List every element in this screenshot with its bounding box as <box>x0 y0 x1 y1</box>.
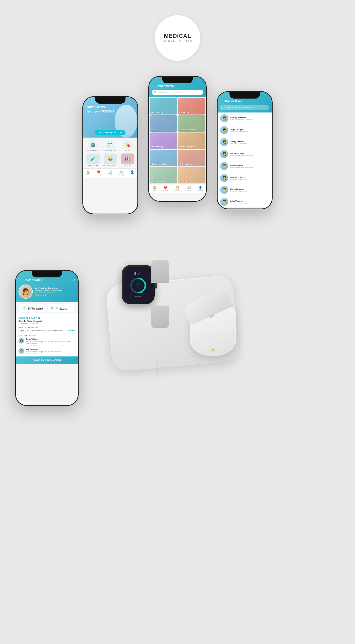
doctor-item-3[interactable]: 👩 Stacey AkersMD Obstetrics & Gynecology… <box>218 136 272 148</box>
doctor-specialty-7: Obstetrics & Gynecology <box>230 190 267 192</box>
watch-band-top-wrapper <box>151 260 169 283</box>
tab-home[interactable]: 🏠Home <box>86 170 90 176</box>
doctor-name-8: John Thomas <box>230 200 267 202</box>
dept-card-ent[interactable]: ENT <box>150 115 177 132</box>
doctor-item-6[interactable]: 👩 Louisiana Johns Obstetrics & Gynecolog… <box>218 172 272 184</box>
home-tab-bar: 🏠Home ❤️My Health 📋My Appls 📰Our Blog 👤A… <box>83 168 137 178</box>
medical-departments-badge: MEDICAL DEPARTMENTS <box>155 15 200 61</box>
profile-doc-info: Dr. Sherley Abraham General Obstetrics &… <box>35 287 62 296</box>
home-icons-grid: 🏥 DEPARTMENT 📅 APPOINMENT 💊 DRUGS <box>83 138 137 153</box>
dept-card-gastro[interactable]: Gastroenterology <box>150 150 177 166</box>
tab-myhealth[interactable]: ❤️My Health <box>96 170 102 176</box>
tab-myappls[interactable]: 📋My Appls <box>108 170 113 176</box>
back-arrow-icon[interactable]: ← <box>19 278 22 282</box>
departments-back-row: ← Departments <box>152 84 203 88</box>
phone-doctor-search: ← Doctor Search 🔍 Search for care, docto… <box>217 91 273 209</box>
phone-departments: ← Departments 🔍 Search for care, doctors… <box>148 76 207 202</box>
timing-info: Timing 4:30 PM - 8:30 PM <box>28 306 43 310</box>
chevron-right-icon: › <box>269 153 269 156</box>
home-icon-lab[interactable]: 🧪 LAB RESULT <box>85 154 101 166</box>
tab-myhealth[interactable]: ❤️My Health <box>163 186 169 191</box>
tab-blog[interactable]: 📰Our Blog <box>187 186 192 191</box>
tab-account[interactable]: 👤Account <box>198 186 203 191</box>
dept-card-ortho[interactable]: Orthopaedics <box>178 150 205 166</box>
book-appointment-button[interactable]: BOOK AN APPOINEMNT <box>16 356 78 364</box>
home-icon-department[interactable]: 🏥 DEPARTMENT <box>85 140 101 151</box>
phone-profile-wrapper: ← Doctor Profile ✉ ↗ 👩 Dr. Sherley Abrah… <box>15 270 79 406</box>
dept-card-pediatrician[interactable]: Pediatrician <box>178 167 205 183</box>
doctor-list: 👩 Sherley Abraham General Obstetrics & G… <box>218 112 272 208</box>
dept-card-cardiology[interactable]: Cardiology <box>178 98 205 115</box>
dept-card-dental[interactable]: Dental Department <box>178 132 205 149</box>
dept-card-general[interactable]: General Medicine <box>150 167 177 183</box>
chevron-right-icon: › <box>269 129 269 132</box>
doctor-avatar-7: 👨 <box>220 186 228 194</box>
doctor-search-bar[interactable]: 🔍 Search for care, doctors, etc. <box>220 105 269 110</box>
home-icon-pills[interactable]: 👴 PILLS REMINDER <box>102 154 118 166</box>
fee-box: $ Fee 400 / Session <box>48 304 74 312</box>
phone-notch-profile <box>32 271 62 277</box>
department-icon: 🏥 <box>88 140 98 149</box>
home-icon-drugs[interactable]: 💊 DRUGS <box>120 140 135 151</box>
myplan-icon: 🏥 <box>121 154 134 164</box>
dept-card-dermatology[interactable]: Dermatology <box>150 132 177 149</box>
hospital-name: Florida State Hospital <box>19 320 75 323</box>
home-icon-myplan[interactable]: 🏥 MY PLAN <box>120 154 135 166</box>
doctor-info-7: Ronald Alvarez Obstetrics & Gynecology <box>230 188 267 192</box>
home-bottom-grid: 🧪 LAB RESULT 👴 PILLS REMINDER 🏥 MY PLAN <box>83 153 137 168</box>
ask-question-button[interactable]: Ask a free QUESTION <box>95 130 126 135</box>
doctor-profile-exp: 21+ Years of Experience <box>35 291 62 293</box>
airpods-body <box>190 306 236 356</box>
phone-profile-screen: ← Doctor Profile ✉ ↗ 👩 Dr. Sherley Abrah… <box>16 271 78 405</box>
watch-band-bottom <box>151 306 169 328</box>
specialisations-title: SPECIALISATIONS <box>19 326 75 329</box>
doctor-item-2[interactable]: 👨 Turgut Alagoz Gynecologist / Obstetric… <box>218 124 272 136</box>
feedback-item-1: 👩 Sarah Willam Such a massive change in … <box>19 338 75 347</box>
feedback-date-2: 3 May at 1:30 PM <box>26 353 75 354</box>
departments-search-bar[interactable]: 🔍 Search for care, doctors, etc. <box>152 90 203 95</box>
back-arrow-icon[interactable]: ← <box>220 99 224 103</box>
show-all-button[interactable]: SHOWALL <box>67 329 76 331</box>
tab-account[interactable]: 👤Account <box>130 170 134 176</box>
pills-label: PILLS REMINDER <box>103 165 117 166</box>
doctor-name-4: Mariam Al HiIIM <box>230 152 267 155</box>
svg-text:♡: ♡ <box>136 283 140 288</box>
share-icon[interactable]: ↗ <box>73 278 75 281</box>
mail-icon[interactable]: ✉ <box>69 278 71 281</box>
profile-header-icons: ✉ ↗ <box>69 278 75 281</box>
phone-search-screen: ← Doctor Search 🔍 Search for care, docto… <box>218 92 272 209</box>
feedback-avatar-2: 👨 <box>19 348 24 354</box>
dept-card-gynaecology[interactable]: Gynaecology <box>150 98 177 115</box>
hospital-location: Chattahoochee, Gadsden <box>19 323 75 324</box>
medical-practise-title: MEDICAL PRACTISE <box>19 317 75 319</box>
back-arrow-icon[interactable]: ← <box>152 84 155 88</box>
search-icon: 🔍 <box>223 106 225 109</box>
tab-home[interactable]: 🏠Home <box>152 186 156 191</box>
phone-notch-home <box>95 97 126 104</box>
departments-grid: Gynaecology Cardiology ENT Clinical Nutr… <box>149 97 206 184</box>
lab-label: LAB RESULT <box>88 165 98 166</box>
doctor-item-5[interactable]: 👨 Edwin Alvarez General Obstetrics & Gyn… <box>218 160 272 172</box>
doctor-item-4[interactable]: 👩 Mariam Al HiIIM General Obstetrics & G… <box>218 148 272 160</box>
doctor-avatar-1: 👩 <box>220 114 228 122</box>
phone-home-screen: How can we help you TODAY? Ask a free QU… <box>83 97 137 214</box>
phones-row: How can we help you TODAY? Ask a free QU… <box>0 76 355 214</box>
section-bottom: ← Doctor Profile ✉ ↗ 👩 Dr. Sherley Abrah… <box>0 235 355 427</box>
doctor-item-8[interactable]: 👨 John Thomas Obstetrics & Gynecology › <box>218 196 272 208</box>
doctor-profile-avatar: 👩 <box>19 285 33 299</box>
tab-blog[interactable]: 📰Our Blog <box>119 170 124 176</box>
home-icon-appointment[interactable]: 📅 APPOINMENT <box>102 140 118 151</box>
search-placeholder: Search for care, doctors, etc. <box>226 106 253 109</box>
tab-myappls[interactable]: 📋My Appls <box>175 186 180 191</box>
doctor-specialty-5: General Obstetrics & Gynecology <box>230 166 267 168</box>
myplan-label: MY PLAN <box>124 165 131 166</box>
dept-card-nutrition[interactable]: Clinical Nutrition <box>178 115 205 132</box>
feedback-name-1: Sarah Willam <box>26 338 75 340</box>
doctor-profile-title: Doctor Profile <box>24 278 42 281</box>
phone-doctor-profile: ← Doctor Profile ✉ ↗ 👩 Dr. Sherley Abrah… <box>15 270 79 406</box>
doctor-item-7[interactable]: 👨 Ronald Alvarez Obstetrics & Gynecology… <box>218 184 272 196</box>
doctor-item-1[interactable]: 👩 Sherley Abraham General Obstetrics & G… <box>218 112 272 124</box>
profile-body: MEDICAL PRACTISE Florida State Hospital … <box>16 313 78 356</box>
profile-timing-row: ⏱ Timing 4:30 PM - 8:30 PM $ Fee 400 / S… <box>18 302 76 312</box>
search-tab-bar: 🏠Home ❤️My Health 📋My Appls 📰Our Blog 👤A… <box>218 208 272 209</box>
